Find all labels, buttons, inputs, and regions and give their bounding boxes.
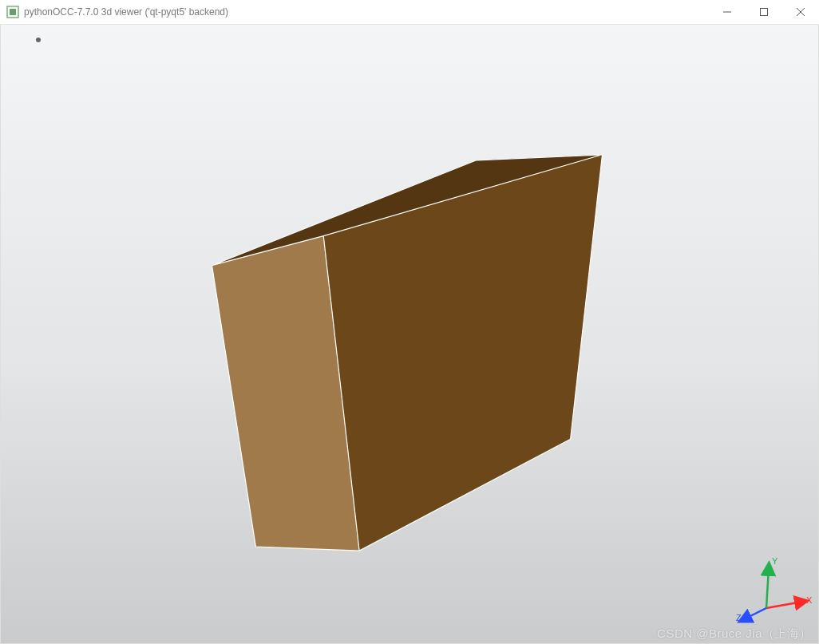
- axis-triad: X Y Z: [734, 554, 810, 626]
- axis-y: [766, 568, 769, 608]
- axis-x: [766, 602, 802, 608]
- svg-rect-3: [761, 9, 768, 16]
- axis-z-label: Z: [736, 613, 742, 622]
- titlebar: pythonOCC-7.7.0 3d viewer ('qt-pyqt5' ba…: [0, 0, 819, 25]
- axis-x-label: X: [806, 595, 813, 605]
- axis-z: [744, 608, 766, 619]
- scene: [1, 25, 818, 643]
- app-icon: [6, 6, 19, 18]
- watermark: CSDN @Bruce Jia（上海）: [657, 626, 812, 642]
- maximize-button[interactable]: [746, 0, 782, 24]
- svg-rect-1: [10, 9, 16, 15]
- window-controls: [709, 0, 819, 24]
- close-button[interactable]: [782, 0, 819, 24]
- viewport-3d[interactable]: X Y Z CSDN @Bruce Jia（上海）: [0, 25, 819, 644]
- axis-y-label: Y: [772, 556, 778, 566]
- window-title: pythonOCC-7.7.0 3d viewer ('qt-pyqt5' ba…: [24, 6, 228, 18]
- minimize-button[interactable]: [709, 0, 746, 24]
